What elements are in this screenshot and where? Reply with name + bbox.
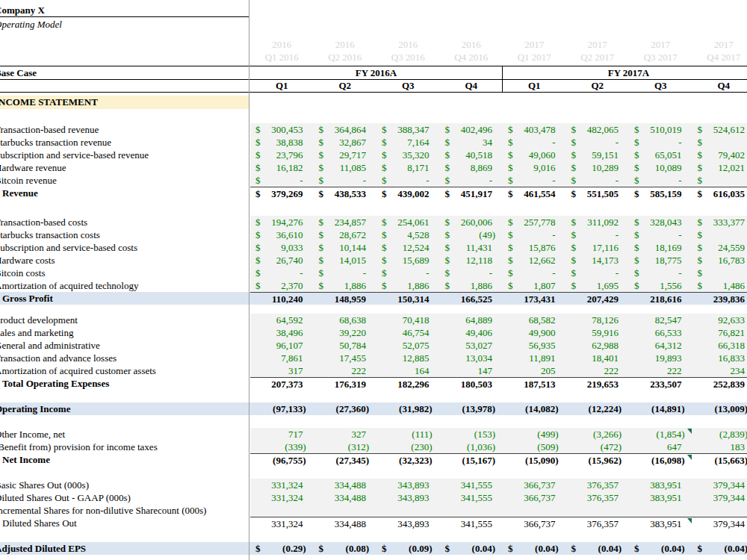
- cell[interactable]: (1,036): [440, 441, 503, 453]
- cell[interactable]: 331,324: [250, 479, 314, 491]
- cell[interactable]: $23,796: [250, 149, 314, 161]
- cell[interactable]: $-: [566, 267, 630, 279]
- cell[interactable]: $12,662: [503, 254, 566, 267]
- period-header[interactable]: 2017Q1 2017: [503, 38, 566, 63]
- cell[interactable]: 18,401: [566, 352, 630, 364]
- cell[interactable]: (13,009): [692, 402, 747, 415]
- cell[interactable]: $-: [629, 136, 692, 149]
- cell[interactable]: 78,126: [566, 314, 630, 326]
- cell[interactable]: $36,610: [250, 228, 314, 241]
- cell[interactable]: $311,092: [566, 216, 630, 228]
- cell[interactable]: (12,224): [566, 402, 630, 415]
- period-header[interactable]: 2017Q3 2017: [629, 38, 692, 63]
- cell[interactable]: $551,505: [566, 187, 630, 200]
- row-label[interactable]: (Benefit from) provision for income taxe…: [0, 441, 249, 453]
- cell[interactable]: $15,876: [503, 241, 566, 254]
- fy-2016-group-header[interactable]: FY 2016A: [250, 66, 502, 79]
- cell[interactable]: (14,891): [629, 402, 692, 415]
- period-header[interactable]: 2016Q1 2016: [250, 38, 314, 63]
- cell[interactable]: 62,988: [566, 339, 630, 352]
- cell[interactable]: 383,951: [629, 491, 692, 504]
- cell[interactable]: $10,144: [314, 241, 377, 254]
- quarter-header[interactable]: Q1: [250, 79, 314, 92]
- cell[interactable]: $-: [629, 174, 692, 187]
- quarter-header[interactable]: Q4: [692, 79, 747, 92]
- cell[interactable]: 150,314: [376, 293, 440, 305]
- cell[interactable]: 222: [629, 364, 692, 377]
- row-label[interactable]: Other Income, net: [0, 428, 249, 441]
- cell[interactable]: $: [692, 174, 747, 187]
- cell[interactable]: $-: [503, 174, 566, 187]
- cell[interactable]: $12,524: [376, 241, 440, 254]
- cell[interactable]: 383,951: [629, 479, 692, 491]
- period-header[interactable]: 2016Q2 2016: [314, 38, 377, 63]
- cell[interactable]: $194,276: [250, 216, 314, 228]
- cell[interactable]: 317: [250, 364, 314, 377]
- cell[interactable]: 56,935: [503, 339, 566, 352]
- cell[interactable]: 64,592: [250, 314, 314, 326]
- cell[interactable]: $402,496: [440, 123, 503, 136]
- cell[interactable]: $17,116: [566, 241, 630, 254]
- cell[interactable]: 331,324: [250, 491, 314, 504]
- row-label[interactable]: Bitcoin revenue: [0, 174, 249, 187]
- cell[interactable]: $11,085: [314, 161, 377, 174]
- cell[interactable]: (27,360): [314, 402, 377, 415]
- quarter-header[interactable]: Q2: [566, 79, 630, 92]
- cell[interactable]: 52,075: [376, 339, 440, 352]
- cell[interactable]: $-: [566, 174, 630, 187]
- cell[interactable]: (472): [566, 441, 630, 453]
- cell[interactable]: $-: [566, 228, 630, 241]
- cell[interactable]: $14,173: [566, 254, 630, 267]
- cell[interactable]: $: [692, 267, 747, 279]
- cell[interactable]: 343,893: [376, 517, 440, 530]
- row-label[interactable]: Incremental Shares for non-dilutive Shar…: [0, 504, 249, 517]
- company-name[interactable]: Company X: [0, 4, 249, 17]
- cell[interactable]: $(0.09): [376, 542, 440, 555]
- cell[interactable]: 379,344: [692, 479, 747, 491]
- row-label[interactable]: Amortization of acquired technology: [0, 279, 249, 292]
- cell[interactable]: 207,373: [250, 378, 314, 391]
- cell[interactable]: (1,854): [629, 428, 692, 441]
- cell[interactable]: 68,582: [503, 314, 566, 326]
- cell[interactable]: 341,555: [440, 491, 503, 504]
- cell[interactable]: 341,555: [440, 517, 503, 530]
- cell[interactable]: $11,431: [440, 241, 503, 254]
- cell[interactable]: 68,638: [314, 314, 377, 326]
- cell[interactable]: $(0.08): [314, 542, 377, 555]
- cell[interactable]: (32,323): [376, 454, 440, 467]
- cell[interactable]: $18,775: [629, 254, 692, 267]
- cell[interactable]: $451,917: [440, 187, 503, 200]
- quarter-header[interactable]: Q4: [440, 79, 503, 92]
- cell[interactable]: 334,488: [314, 517, 377, 530]
- quarter-header[interactable]: Q3: [629, 79, 692, 92]
- cell[interactable]: 70,418: [376, 314, 440, 326]
- cell[interactable]: 13,034: [440, 352, 503, 364]
- cell[interactable]: $438,533: [314, 187, 377, 200]
- cell[interactable]: (16,098): [629, 454, 692, 467]
- cell[interactable]: 205: [503, 364, 566, 377]
- cell[interactable]: $257,778: [503, 216, 566, 228]
- period-header[interactable]: 2016Q3 2016: [376, 38, 440, 63]
- cell[interactable]: (111): [376, 428, 440, 441]
- cell[interactable]: 164: [376, 364, 440, 377]
- cell[interactable]: $-: [566, 136, 630, 149]
- cell[interactable]: 219,653: [566, 378, 630, 391]
- row-label[interactable]: Operating Income: [0, 402, 249, 415]
- cell[interactable]: 717: [250, 428, 314, 441]
- cell[interactable]: 66,318: [692, 339, 747, 352]
- cell[interactable]: $: [692, 228, 747, 241]
- row-label[interactable]: Transaction and advance losses: [0, 352, 249, 364]
- cell[interactable]: (230): [376, 441, 440, 453]
- cell[interactable]: $15,689: [376, 254, 440, 267]
- cell[interactable]: 252,839: [692, 378, 747, 391]
- row-label[interactable]: Bitcoin costs: [0, 267, 249, 279]
- row-label[interactable]: Sales and marketing: [0, 326, 249, 339]
- cell[interactable]: 11,891: [503, 352, 566, 364]
- cell[interactable]: (13,978): [440, 402, 503, 415]
- cell[interactable]: $461,554: [503, 187, 566, 200]
- cell[interactable]: $260,006: [440, 216, 503, 228]
- cell[interactable]: $59,151: [566, 149, 630, 161]
- row-label[interactable]: Revenue: [0, 187, 249, 199]
- cell[interactable]: 207,429: [566, 293, 630, 305]
- row-label[interactable]: Hardware revenue: [0, 161, 249, 174]
